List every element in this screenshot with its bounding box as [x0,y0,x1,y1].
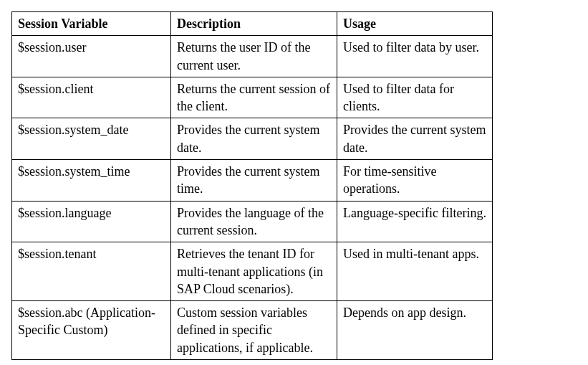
table-header-row: Session Variable Description Usage [12,12,493,36]
table-row: $session.system_date Provides the curren… [12,118,493,160]
cell-description: Returns the user ID of the current user. [171,36,337,77]
cell-variable: $session.abc (Application-Specific Custo… [12,301,171,360]
cell-description: Provides the language of the current ses… [171,201,337,242]
cell-description: Retrieves the tenant ID for multi-tenant… [171,242,337,301]
table-row: $session.system_time Provides the curren… [12,160,493,202]
cell-variable: $session.client [12,77,171,118]
cell-variable: $session.system_date [12,118,171,160]
cell-variable: $session.tenant [12,242,171,301]
cell-description: Provides the current system date. [171,118,337,160]
cell-usage: Language-specific filtering. [337,201,493,242]
cell-usage: Used to filter data for clients. [337,77,493,118]
cell-usage: For time-sensitive operations. [337,160,493,202]
cell-usage: Provides the current system date. [337,118,493,160]
session-variables-table: Session Variable Description Usage $sess… [11,11,493,360]
cell-description: Custom session variables defined in spec… [171,301,337,360]
cell-variable: $session.system_time [12,160,171,202]
cell-description: Provides the current system time. [171,160,337,202]
table-row: $session.tenant Retrieves the tenant ID … [12,242,493,301]
header-description: Description [171,12,337,36]
cell-usage: Depends on app design. [337,301,493,360]
header-usage: Usage [337,12,493,36]
table-row: $session.client Returns the current sess… [12,77,493,118]
cell-description: Returns the current session of the clien… [171,77,337,118]
table-row: $session.language Provides the language … [12,201,493,242]
cell-variable: $session.language [12,201,171,242]
table-row: $session.user Returns the user ID of the… [12,36,493,77]
cell-variable: $session.user [12,36,171,77]
table-row: $session.abc (Application-Specific Custo… [12,301,493,360]
cell-usage: Used in multi-tenant apps. [337,242,493,301]
cell-usage: Used to filter data by user. [337,36,493,77]
header-variable: Session Variable [12,12,171,36]
